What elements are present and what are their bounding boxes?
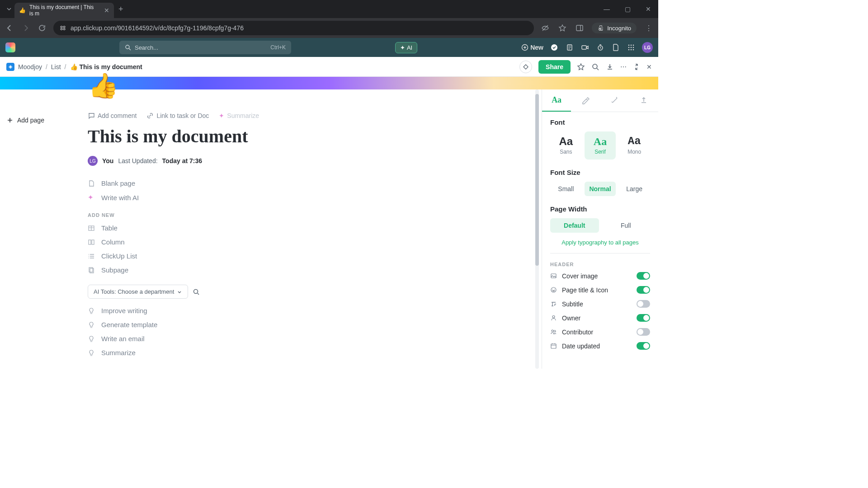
add-list-option[interactable]: ClickUp List (88, 252, 542, 260)
link-task-button[interactable]: Link to task or Doc (146, 112, 209, 119)
font-serif-option[interactable]: Aa Serif (585, 131, 616, 160)
add-column-option[interactable]: Column (88, 238, 542, 246)
forward-icon[interactable] (21, 23, 31, 33)
tag-icon[interactable] (519, 61, 532, 73)
add-column-label: Column (101, 238, 125, 246)
font-mono-option[interactable]: Aa Mono (618, 131, 650, 160)
eye-off-icon[interactable] (540, 23, 550, 33)
add-page-button[interactable]: Add page (6, 117, 75, 124)
bookmark-star-icon[interactable] (557, 23, 567, 33)
svg-rect-1 (63, 26, 65, 28)
left-rail: Add page (0, 89, 81, 369)
summarize-button[interactable]: ✦ Summarize (219, 112, 259, 119)
svg-line-23 (597, 68, 599, 70)
tab-magic[interactable] (600, 89, 629, 112)
pagewidth-default-option[interactable]: Default (550, 218, 599, 233)
ai-button[interactable]: ✦ AI (395, 42, 417, 53)
url-bar[interactable]: app.clickup.com/9016164592/v/dc/8cpfg7g-… (53, 21, 534, 35)
apps-grid-icon[interactable] (627, 43, 636, 52)
workspace-icon[interactable]: ◈ (6, 63, 14, 71)
tab-style[interactable] (571, 89, 600, 112)
add-comment-button[interactable]: Add comment (88, 112, 137, 119)
pagewidth-full-option[interactable]: Full (602, 218, 651, 233)
clickup-logo-icon[interactable] (5, 42, 15, 52)
crumb-workspace[interactable]: Moodjoy (18, 63, 42, 70)
blank-page-option[interactable]: Blank page (88, 179, 542, 187)
ai-template-option[interactable]: Generate template (88, 321, 542, 328)
collapse-icon[interactable] (633, 63, 640, 70)
new-button[interactable]: New (521, 44, 543, 51)
page-title[interactable]: This is my document (88, 126, 542, 147)
svg-rect-2 (61, 28, 62, 30)
share-button[interactable]: Share (538, 60, 571, 74)
tab-list-dropdown[interactable] (4, 4, 14, 14)
toggle-subtitle-row: Subtitle (542, 297, 658, 311)
svg-line-7 (129, 48, 131, 50)
subpage-icon (88, 267, 96, 274)
clock-icon[interactable] (596, 43, 605, 52)
blank-page-label: Blank page (101, 179, 135, 187)
toggle-contributor[interactable] (637, 328, 650, 336)
link-task-label: Link to task or Doc (156, 112, 209, 119)
incognito-badge[interactable]: Incognito (592, 23, 637, 33)
site-settings-icon[interactable] (60, 25, 66, 31)
fontsize-normal-option[interactable]: Normal (585, 182, 616, 196)
svg-rect-25 (89, 240, 91, 244)
download-icon[interactable] (606, 63, 614, 71)
new-tab-button[interactable]: + (118, 5, 123, 14)
back-icon[interactable] (5, 23, 14, 33)
cover-image[interactable]: 👍 (0, 77, 658, 89)
ai-tools-select[interactable]: AI Tools: Choose a department (88, 285, 188, 299)
star-icon[interactable] (577, 63, 585, 71)
svg-point-14 (631, 45, 632, 46)
toggle-date-updated[interactable] (637, 342, 650, 350)
ai-improve-option[interactable]: Improve writing (88, 307, 542, 314)
font-sans-option[interactable]: Aa Sans (550, 131, 582, 160)
ai-summarize-option[interactable]: Summarize (88, 349, 542, 357)
more-icon[interactable]: ⋯ (620, 63, 627, 70)
add-table-option[interactable]: Table (88, 224, 542, 232)
add-subpage-option[interactable]: Subpage (88, 266, 542, 274)
crumb-list[interactable]: List (51, 63, 61, 70)
browser-menu-icon[interactable]: ⋮ (644, 23, 654, 33)
add-list-label: ClickUp List (101, 252, 137, 260)
incognito-icon (597, 24, 604, 32)
video-icon[interactable] (580, 43, 590, 52)
notepad-icon[interactable] (565, 43, 574, 52)
search-shortcut: Ctrl+K (270, 44, 286, 51)
toggle-title-icon[interactable] (637, 286, 650, 294)
close-tab-icon[interactable]: ✕ (104, 7, 109, 14)
close-window-icon[interactable]: ✕ (642, 5, 655, 13)
toggle-subtitle[interactable] (637, 300, 650, 308)
svg-point-33 (552, 316, 555, 318)
browser-tab[interactable]: 👍 This is my document | This is m ✕ (14, 3, 114, 18)
bulb-icon (88, 349, 96, 357)
close-icon[interactable]: ✕ (646, 63, 652, 70)
ai-email-option[interactable]: Write an email (88, 335, 542, 343)
ai-search-icon[interactable] (193, 288, 200, 296)
toggle-cover[interactable] (637, 272, 650, 280)
fontsize-large-option[interactable]: Large (618, 182, 650, 196)
fontsize-small-option[interactable]: Small (550, 182, 582, 196)
search-input[interactable]: Search... Ctrl+K (119, 41, 291, 54)
side-panel-icon[interactable] (575, 23, 585, 33)
maximize-icon[interactable]: ▢ (621, 5, 634, 13)
tab-export[interactable] (629, 89, 658, 112)
write-with-ai-option[interactable]: ✦ Write with AI (88, 193, 542, 202)
avatar[interactable]: LG (642, 42, 653, 53)
scrollbar-thumb[interactable] (535, 94, 539, 266)
reload-icon[interactable] (37, 23, 47, 33)
minimize-icon[interactable]: — (600, 5, 613, 13)
ai-template-label: Generate template (101, 321, 157, 328)
author-avatar[interactable]: LG (88, 156, 98, 166)
updated-prefix: Last Updated: (118, 157, 157, 164)
toggle-owner[interactable] (637, 314, 650, 322)
fontsize-heading: Font Size (550, 169, 650, 176)
check-circle-icon[interactable] (550, 43, 559, 52)
font-heading: Font (550, 118, 650, 126)
doc-icon[interactable] (611, 43, 620, 52)
find-icon[interactable] (591, 63, 599, 71)
toggle-owner-label: Owner (562, 314, 580, 322)
tab-typography[interactable]: Aa (542, 89, 571, 112)
apply-typography-link[interactable]: Apply typography to all pages (542, 235, 658, 249)
